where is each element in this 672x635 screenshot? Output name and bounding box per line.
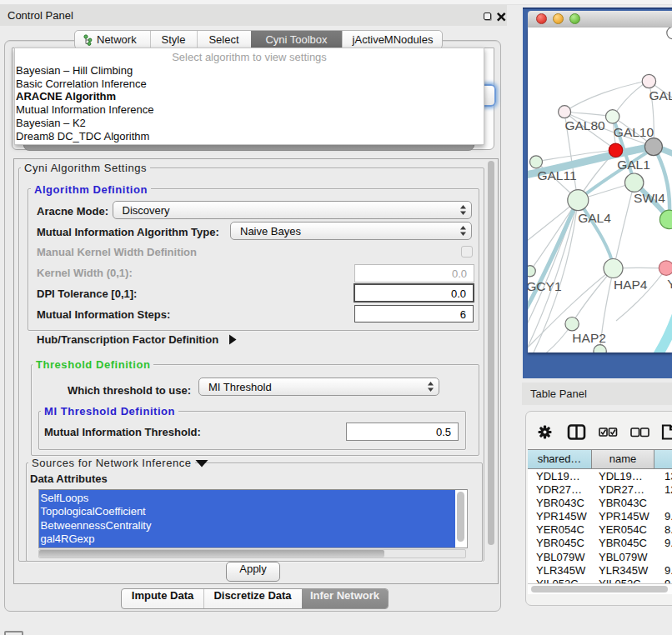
svg-text:GAL4: GAL4 bbox=[578, 211, 611, 225]
svg-text:GAL80: GAL80 bbox=[564, 118, 605, 132]
svg-text:HAP2: HAP2 bbox=[572, 331, 606, 345]
svg-text:GAL11: GAL11 bbox=[537, 168, 576, 182]
svg-text:GCY1: GCY1 bbox=[528, 279, 562, 293]
svg-text:GAL: GAL bbox=[649, 88, 672, 102]
svg-text:Y: Y bbox=[667, 277, 672, 291]
svg-text:GAL1: GAL1 bbox=[617, 158, 650, 172]
svg-text:HAP4: HAP4 bbox=[614, 278, 648, 292]
svg-text:SWI4: SWI4 bbox=[634, 191, 665, 205]
svg-text:GAL10: GAL10 bbox=[614, 125, 654, 139]
